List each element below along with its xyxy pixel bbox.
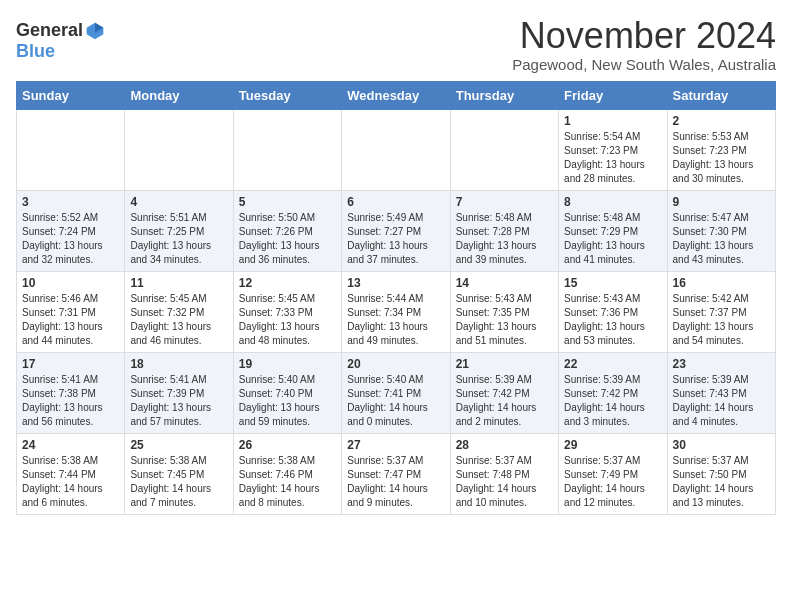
day-number: 18	[130, 357, 227, 371]
calendar-cell: 6Sunrise: 5:49 AM Sunset: 7:27 PM Daylig…	[342, 190, 450, 271]
day-info: Sunrise: 5:45 AM Sunset: 7:32 PM Dayligh…	[130, 292, 227, 348]
location-subtitle: Pagewood, New South Wales, Australia	[512, 56, 776, 73]
calendar-cell: 8Sunrise: 5:48 AM Sunset: 7:29 PM Daylig…	[559, 190, 667, 271]
month-title: November 2024	[512, 16, 776, 56]
weekday-header-row: SundayMondayTuesdayWednesdayThursdayFrid…	[17, 81, 776, 109]
day-number: 30	[673, 438, 770, 452]
day-info: Sunrise: 5:41 AM Sunset: 7:39 PM Dayligh…	[130, 373, 227, 429]
day-number: 7	[456, 195, 553, 209]
day-info: Sunrise: 5:38 AM Sunset: 7:46 PM Dayligh…	[239, 454, 336, 510]
day-info: Sunrise: 5:37 AM Sunset: 7:50 PM Dayligh…	[673, 454, 770, 510]
calendar-cell	[450, 109, 558, 190]
day-number: 1	[564, 114, 661, 128]
logo-general-text: General	[16, 20, 83, 41]
day-number: 22	[564, 357, 661, 371]
day-number: 16	[673, 276, 770, 290]
title-area: November 2024 Pagewood, New South Wales,…	[512, 16, 776, 73]
calendar-cell: 20Sunrise: 5:40 AM Sunset: 7:41 PM Dayli…	[342, 352, 450, 433]
day-info: Sunrise: 5:47 AM Sunset: 7:30 PM Dayligh…	[673, 211, 770, 267]
calendar-cell: 2Sunrise: 5:53 AM Sunset: 7:23 PM Daylig…	[667, 109, 775, 190]
day-number: 13	[347, 276, 444, 290]
day-info: Sunrise: 5:37 AM Sunset: 7:49 PM Dayligh…	[564, 454, 661, 510]
day-info: Sunrise: 5:40 AM Sunset: 7:41 PM Dayligh…	[347, 373, 444, 429]
calendar-week-row: 10Sunrise: 5:46 AM Sunset: 7:31 PM Dayli…	[17, 271, 776, 352]
day-info: Sunrise: 5:40 AM Sunset: 7:40 PM Dayligh…	[239, 373, 336, 429]
weekday-header-sunday: Sunday	[17, 81, 125, 109]
calendar-cell: 10Sunrise: 5:46 AM Sunset: 7:31 PM Dayli…	[17, 271, 125, 352]
calendar-cell: 22Sunrise: 5:39 AM Sunset: 7:42 PM Dayli…	[559, 352, 667, 433]
day-number: 5	[239, 195, 336, 209]
day-number: 21	[456, 357, 553, 371]
day-info: Sunrise: 5:44 AM Sunset: 7:34 PM Dayligh…	[347, 292, 444, 348]
day-number: 10	[22, 276, 119, 290]
day-info: Sunrise: 5:38 AM Sunset: 7:45 PM Dayligh…	[130, 454, 227, 510]
calendar-week-row: 17Sunrise: 5:41 AM Sunset: 7:38 PM Dayli…	[17, 352, 776, 433]
day-number: 24	[22, 438, 119, 452]
day-number: 9	[673, 195, 770, 209]
day-number: 27	[347, 438, 444, 452]
day-number: 25	[130, 438, 227, 452]
day-info: Sunrise: 5:49 AM Sunset: 7:27 PM Dayligh…	[347, 211, 444, 267]
weekday-header-friday: Friday	[559, 81, 667, 109]
calendar-week-row: 3Sunrise: 5:52 AM Sunset: 7:24 PM Daylig…	[17, 190, 776, 271]
weekday-header-thursday: Thursday	[450, 81, 558, 109]
day-number: 15	[564, 276, 661, 290]
day-info: Sunrise: 5:37 AM Sunset: 7:48 PM Dayligh…	[456, 454, 553, 510]
day-number: 2	[673, 114, 770, 128]
calendar-cell: 3Sunrise: 5:52 AM Sunset: 7:24 PM Daylig…	[17, 190, 125, 271]
calendar-cell	[17, 109, 125, 190]
calendar-cell: 26Sunrise: 5:38 AM Sunset: 7:46 PM Dayli…	[233, 433, 341, 514]
calendar-cell: 15Sunrise: 5:43 AM Sunset: 7:36 PM Dayli…	[559, 271, 667, 352]
day-number: 28	[456, 438, 553, 452]
calendar-cell: 21Sunrise: 5:39 AM Sunset: 7:42 PM Dayli…	[450, 352, 558, 433]
day-number: 14	[456, 276, 553, 290]
logo-icon	[85, 21, 105, 41]
day-info: Sunrise: 5:38 AM Sunset: 7:44 PM Dayligh…	[22, 454, 119, 510]
calendar-cell: 5Sunrise: 5:50 AM Sunset: 7:26 PM Daylig…	[233, 190, 341, 271]
day-number: 6	[347, 195, 444, 209]
day-info: Sunrise: 5:43 AM Sunset: 7:35 PM Dayligh…	[456, 292, 553, 348]
day-number: 23	[673, 357, 770, 371]
day-number: 26	[239, 438, 336, 452]
day-info: Sunrise: 5:48 AM Sunset: 7:29 PM Dayligh…	[564, 211, 661, 267]
day-info: Sunrise: 5:48 AM Sunset: 7:28 PM Dayligh…	[456, 211, 553, 267]
calendar-cell: 23Sunrise: 5:39 AM Sunset: 7:43 PM Dayli…	[667, 352, 775, 433]
day-info: Sunrise: 5:42 AM Sunset: 7:37 PM Dayligh…	[673, 292, 770, 348]
calendar-cell: 7Sunrise: 5:48 AM Sunset: 7:28 PM Daylig…	[450, 190, 558, 271]
weekday-header-monday: Monday	[125, 81, 233, 109]
day-info: Sunrise: 5:54 AM Sunset: 7:23 PM Dayligh…	[564, 130, 661, 186]
calendar-cell: 24Sunrise: 5:38 AM Sunset: 7:44 PM Dayli…	[17, 433, 125, 514]
calendar-cell	[125, 109, 233, 190]
logo-blue-text: Blue	[16, 41, 55, 62]
calendar-cell: 13Sunrise: 5:44 AM Sunset: 7:34 PM Dayli…	[342, 271, 450, 352]
day-number: 4	[130, 195, 227, 209]
day-number: 19	[239, 357, 336, 371]
calendar-cell: 14Sunrise: 5:43 AM Sunset: 7:35 PM Dayli…	[450, 271, 558, 352]
calendar-table: SundayMondayTuesdayWednesdayThursdayFrid…	[16, 81, 776, 515]
calendar-cell: 16Sunrise: 5:42 AM Sunset: 7:37 PM Dayli…	[667, 271, 775, 352]
calendar-cell: 28Sunrise: 5:37 AM Sunset: 7:48 PM Dayli…	[450, 433, 558, 514]
calendar-cell: 11Sunrise: 5:45 AM Sunset: 7:32 PM Dayli…	[125, 271, 233, 352]
calendar-cell: 9Sunrise: 5:47 AM Sunset: 7:30 PM Daylig…	[667, 190, 775, 271]
calendar-cell	[233, 109, 341, 190]
calendar-cell: 4Sunrise: 5:51 AM Sunset: 7:25 PM Daylig…	[125, 190, 233, 271]
logo: General Blue	[16, 20, 105, 62]
day-info: Sunrise: 5:39 AM Sunset: 7:42 PM Dayligh…	[564, 373, 661, 429]
day-info: Sunrise: 5:37 AM Sunset: 7:47 PM Dayligh…	[347, 454, 444, 510]
calendar-week-row: 24Sunrise: 5:38 AM Sunset: 7:44 PM Dayli…	[17, 433, 776, 514]
day-number: 20	[347, 357, 444, 371]
day-number: 8	[564, 195, 661, 209]
day-number: 12	[239, 276, 336, 290]
day-info: Sunrise: 5:41 AM Sunset: 7:38 PM Dayligh…	[22, 373, 119, 429]
day-info: Sunrise: 5:45 AM Sunset: 7:33 PM Dayligh…	[239, 292, 336, 348]
day-number: 3	[22, 195, 119, 209]
calendar-cell: 29Sunrise: 5:37 AM Sunset: 7:49 PM Dayli…	[559, 433, 667, 514]
calendar-cell: 12Sunrise: 5:45 AM Sunset: 7:33 PM Dayli…	[233, 271, 341, 352]
day-info: Sunrise: 5:50 AM Sunset: 7:26 PM Dayligh…	[239, 211, 336, 267]
calendar-week-row: 1Sunrise: 5:54 AM Sunset: 7:23 PM Daylig…	[17, 109, 776, 190]
calendar-cell: 30Sunrise: 5:37 AM Sunset: 7:50 PM Dayli…	[667, 433, 775, 514]
day-info: Sunrise: 5:43 AM Sunset: 7:36 PM Dayligh…	[564, 292, 661, 348]
calendar-cell	[342, 109, 450, 190]
calendar-cell: 19Sunrise: 5:40 AM Sunset: 7:40 PM Dayli…	[233, 352, 341, 433]
day-info: Sunrise: 5:39 AM Sunset: 7:43 PM Dayligh…	[673, 373, 770, 429]
